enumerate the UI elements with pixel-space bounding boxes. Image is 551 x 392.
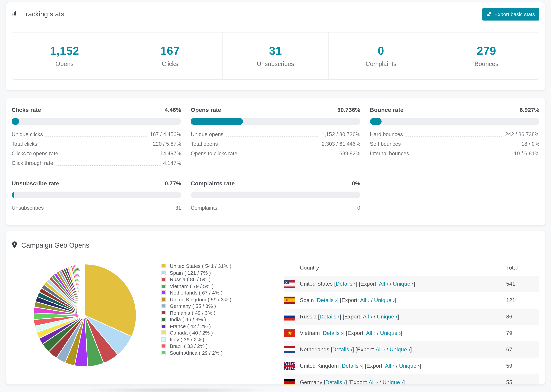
- geo-country-table: Country Total United States [Details ›] …: [284, 260, 539, 385]
- export-all-link[interactable]: All ›: [369, 379, 378, 385]
- rate-section-complaints-rate: Complaints rate 0% Complaints 0: [191, 180, 360, 213]
- details-link[interactable]: Details ›: [325, 379, 345, 385]
- legend-swatch: [161, 271, 166, 275]
- country-cell: Spain [Details ›] [Export: All › / Uniqu…: [300, 297, 506, 303]
- geo-table-row-russia: Russia [Details ›] [Export: All › / Uniq…: [284, 308, 539, 325]
- total-cell: 55: [506, 379, 539, 385]
- geo-body: United States ( 541 / 31% ) Spain ( 121 …: [12, 260, 539, 385]
- country-cell: United States [Details ›] [Export: All ›…: [300, 281, 506, 287]
- detail-value: 0: [357, 205, 360, 211]
- legend-swatch: [161, 311, 166, 315]
- flag-de-icon: [284, 379, 295, 385]
- export-all-link[interactable]: All ›: [363, 314, 372, 320]
- summary-stat-opens: 1,152 Opens: [12, 33, 117, 79]
- legend-item-italy: Italy ( 36 / 2% ): [161, 336, 261, 343]
- details-link[interactable]: Details ›: [323, 330, 343, 336]
- details-link[interactable]: Details ›: [336, 281, 356, 287]
- geo-table-row-netherlands: Netherlands [Details ›] [Export: All › /…: [284, 341, 539, 358]
- legend-swatch: [161, 331, 166, 335]
- detail-row: Unique opens 1,152 / 30.736%: [191, 130, 360, 139]
- progress-track: [191, 118, 360, 125]
- tracking-stats-page: Tracking stats Export basic stats 1,152 …: [0, 2, 551, 392]
- legend-item-russia: Russia ( 86 / 5% ): [161, 276, 261, 283]
- export-unique-link[interactable]: Unique ›: [393, 281, 414, 287]
- detail-row: Click through rate 4.147%: [12, 158, 181, 168]
- export-unique-link[interactable]: Unique ›: [383, 379, 403, 385]
- total-column-header: Total: [506, 265, 539, 271]
- legend-swatch: [161, 337, 166, 342]
- stat-value: 167: [160, 44, 180, 57]
- flag-gb-icon: [284, 362, 295, 370]
- legend-label: Brazil ( 33 / 2% ): [170, 343, 208, 349]
- dotted-leader: [46, 136, 147, 137]
- export-all-link[interactable]: All ›: [385, 363, 395, 369]
- rate-head: Unsubscribe rate 0.77%: [12, 180, 181, 187]
- summary-stat-complaints: 0 Complaints: [328, 33, 434, 79]
- legend-item-romania: Romania ( 49 / 3% ): [161, 309, 261, 316]
- rate-value: 4.46%: [165, 107, 181, 113]
- geo-title: Campaign Geo Opens: [12, 241, 89, 250]
- details-link[interactable]: Details ›: [317, 297, 337, 303]
- stat-value: 31: [269, 44, 282, 57]
- export-all-link[interactable]: All ›: [360, 297, 369, 303]
- dotted-leader: [221, 146, 319, 147]
- progress-fill: [191, 118, 243, 125]
- stat-label: Clicks: [162, 60, 178, 68]
- details-link[interactable]: Details ›: [320, 314, 340, 320]
- legend-swatch: [161, 344, 166, 348]
- export-icon: [487, 11, 492, 17]
- progress-fill: [370, 118, 381, 125]
- rate-value: 6.927%: [520, 107, 539, 113]
- geo-table-row-vietnam: Vietnam [Details ›] [Export: All › / Uni…: [284, 325, 539, 341]
- legend-label: Canada ( 40 / 2% ): [170, 330, 213, 336]
- detail-label: Hard bounces: [370, 131, 403, 138]
- details-link[interactable]: Details ›: [342, 363, 362, 369]
- rates-card: Clicks rate 4.46% Unique clicks 167 / 4.…: [6, 98, 545, 225]
- export-all-link[interactable]: All ›: [366, 330, 375, 336]
- stat-label: Opens: [56, 60, 74, 68]
- detail-row: Total opens 2,303 / 61.446%: [191, 139, 360, 149]
- detail-row: Hard bounces 242 / 86.738%: [370, 130, 539, 139]
- progress-track: [12, 192, 181, 198]
- detail-label: Total opens: [191, 141, 218, 147]
- geo-table-rows: United States [Details ›] [Export: All ›…: [284, 276, 539, 385]
- detail-value: 19 / 6.81%: [514, 151, 539, 157]
- geo-pie-legend: United States ( 541 / 31% ) Spain ( 121 …: [161, 263, 261, 356]
- rate-title: Complaints rate: [191, 180, 235, 187]
- progress-fill: [12, 192, 14, 198]
- export-unique-link[interactable]: Unique ›: [399, 363, 420, 369]
- export-basic-stats-button[interactable]: Export basic stats: [482, 8, 539, 20]
- progress-fill: [12, 118, 19, 125]
- legend-item-netherlands: Netherlands ( 67 / 4% ): [161, 289, 261, 296]
- legend-item-united-states: United States ( 541 / 31% ): [161, 263, 261, 269]
- geo-title-text: Campaign Geo Opens: [21, 241, 89, 249]
- legend-label: France ( 42 / 2% ): [170, 323, 211, 329]
- stat-label: Unsubscribes: [257, 60, 294, 68]
- legend-swatch: [161, 291, 166, 295]
- country-cell: Netherlands [Details ›] [Export: All › /…: [300, 347, 506, 353]
- detail-row: Soft bounces 18 / 0%: [370, 139, 539, 149]
- geo-table-row-germany: Germany [Details ›] [Export: All › / Uni…: [284, 374, 539, 385]
- summary-stat-unsubscribes: 31 Unsubscribes: [223, 33, 328, 79]
- stat-label: Bounces: [474, 60, 498, 68]
- detail-label: Unique clicks: [12, 131, 43, 138]
- flag-vn-icon: [284, 329, 295, 337]
- export-unique-link[interactable]: Unique ›: [377, 314, 397, 320]
- rate-value: 30.736%: [337, 107, 360, 113]
- export-all-link[interactable]: All ›: [376, 347, 385, 352]
- country-column-header: Country: [284, 265, 506, 271]
- rate-value: 0%: [352, 180, 360, 187]
- detail-label: Unsubscribes: [12, 205, 44, 211]
- legend-label: United States ( 541 / 31% ): [170, 263, 231, 269]
- export-unique-link[interactable]: Unique ›: [374, 297, 395, 303]
- flag-us-icon: [284, 280, 295, 288]
- export-unique-link[interactable]: Unique ›: [380, 330, 401, 336]
- export-all-link[interactable]: All ›: [379, 281, 389, 287]
- details-link[interactable]: Details ›: [332, 347, 352, 352]
- flag-nl-icon: [284, 346, 295, 353]
- total-cell: 79: [506, 330, 539, 336]
- legend-label: South Africa ( 29 / 2% ): [170, 350, 223, 356]
- rate-head: Clicks rate 4.46%: [12, 107, 181, 113]
- export-unique-link[interactable]: Unique ›: [390, 347, 410, 352]
- legend-swatch: [161, 351, 166, 355]
